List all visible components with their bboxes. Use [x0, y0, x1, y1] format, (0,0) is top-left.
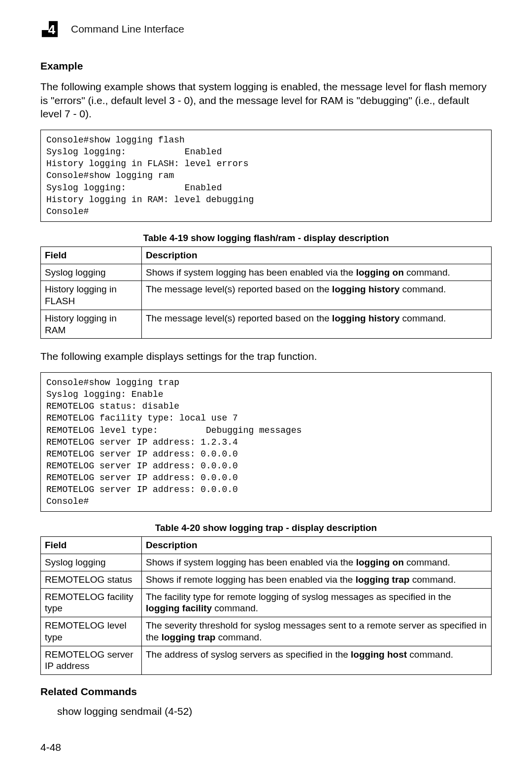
- cell-field: Syslog logging: [41, 554, 142, 571]
- code-block-trap: Console#show logging trap Syslog logging…: [40, 372, 492, 512]
- mid-paragraph: The following example displays settings …: [40, 350, 492, 363]
- page-number: 4-48: [40, 741, 61, 753]
- table-4-20-caption: Table 4-20 show logging trap - display d…: [40, 523, 492, 533]
- cell-desc: The address of syslog servers as specifi…: [142, 646, 492, 675]
- cell-desc: Shows if system logging has been enabled…: [142, 554, 492, 571]
- related-command-item: show logging sendmail (4-52): [57, 705, 492, 717]
- cell-desc: Shows if remote logging has been enabled…: [142, 571, 492, 588]
- table-row: History logging in FLASH The message lev…: [41, 281, 492, 310]
- cell-field: History logging in FLASH: [41, 281, 142, 310]
- table-4-19-header-field: Field: [41, 246, 142, 264]
- table-row: REMOTELOG facility type The facility typ…: [41, 588, 492, 617]
- cell-field: History logging in RAM: [41, 310, 142, 339]
- table-row: Syslog logging Shows if system logging h…: [41, 554, 492, 571]
- page-header: 4 Command Line Interface: [40, 20, 492, 38]
- example-heading: Example: [40, 60, 492, 72]
- cell-desc: Shows if system logging has been enabled…: [142, 264, 492, 281]
- cell-field: Syslog logging: [41, 264, 142, 281]
- cell-field: REMOTELOG level type: [41, 617, 142, 646]
- cell-desc: The facility type for remote logging of …: [142, 588, 492, 617]
- table-row: REMOTELOG level type The severity thresh…: [41, 617, 492, 646]
- cell-desc: The message level(s) reported based on t…: [142, 310, 492, 339]
- cell-field: REMOTELOG status: [41, 571, 142, 588]
- table-4-20-header-field: Field: [41, 537, 142, 554]
- table-row: REMOTELOG server IP address The address …: [41, 646, 492, 675]
- cell-desc: The severity threshold for syslog messag…: [142, 617, 492, 646]
- table-4-20-header-desc: Description: [142, 537, 492, 554]
- code-block-flash-ram: Console#show logging flash Syslog loggin…: [40, 130, 492, 222]
- table-4-19-caption: Table 4-19 show logging flash/ram - disp…: [40, 233, 492, 244]
- cell-desc: The message level(s) reported based on t…: [142, 281, 492, 310]
- table-4-19: Field Description Syslog logging Shows i…: [40, 246, 492, 339]
- table-4-20: Field Description Syslog logging Shows i…: [40, 536, 492, 675]
- chapter-number-icon: 4: [40, 20, 59, 38]
- cell-field: REMOTELOG server IP address: [41, 646, 142, 675]
- cell-field: REMOTELOG facility type: [41, 588, 142, 617]
- page-title: Command Line Interface: [71, 23, 184, 35]
- chapter-number: 4: [48, 22, 55, 37]
- intro-paragraph: The following example shows that system …: [40, 80, 492, 121]
- related-commands-heading: Related Commands: [40, 686, 492, 698]
- table-4-19-header-desc: Description: [142, 246, 492, 264]
- table-row: History logging in RAM The message level…: [41, 310, 492, 339]
- table-row: Syslog logging Shows if system logging h…: [41, 264, 492, 281]
- table-row: REMOTELOG status Shows if remote logging…: [41, 571, 492, 588]
